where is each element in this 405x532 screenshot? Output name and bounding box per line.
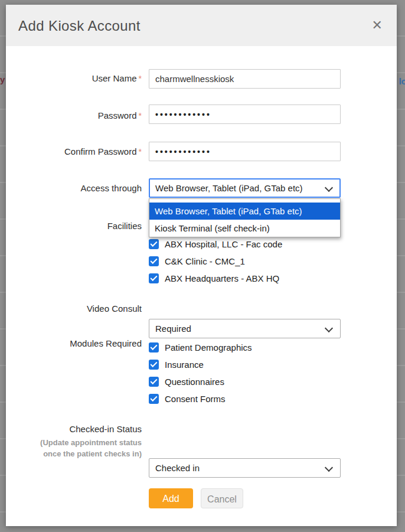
close-icon[interactable]: ✕ (372, 18, 383, 33)
module-option-label: Patient Demographics (165, 342, 252, 353)
checked-in-status-hint-line1: (Update appointment status (6, 438, 142, 447)
video-consult-selected-value: Required (155, 324, 191, 334)
add-kiosk-account-modal: Add Kiosk Account ✕ User Name* Password*… (6, 5, 397, 526)
password-input[interactable] (149, 105, 341, 124)
facility-option-label: ABX Hospital, LLC - Fac code (165, 239, 282, 249)
username-input[interactable] (149, 69, 341, 89)
required-asterisk: * (139, 147, 142, 156)
access-through-select[interactable]: Web Browser, Tablet (iPad, GTab etc) (149, 178, 341, 198)
modules-required-label: Modules Required (6, 338, 142, 348)
chevron-down-icon (325, 324, 333, 332)
chevron-down-icon (325, 184, 333, 192)
checked-in-status-hint-line2: once the patient checks in) (6, 449, 142, 458)
checkbox-checked-icon[interactable] (149, 360, 159, 370)
cancel-button[interactable]: Cancel (201, 488, 243, 508)
chevron-down-icon (325, 464, 333, 472)
checkbox-checked-icon[interactable] (149, 273, 159, 283)
background-text-fragment-right: lo (399, 76, 405, 86)
checked-in-status-select[interactable]: Checked in (149, 458, 341, 478)
checkbox-checked-icon[interactable] (149, 239, 159, 249)
modal-title: Add Kiosk Account (18, 18, 141, 34)
access-through-dropdown-list: Web Browser, Tablet (iPad, GTab etc) Kio… (149, 198, 341, 237)
module-option-label: Insurance (165, 360, 204, 370)
module-option-label: Questionnaires (165, 377, 224, 387)
dropdown-option-kiosk-terminal[interactable]: Kiosk Terminal (self check-in) (149, 220, 340, 237)
checkbox-checked-icon[interactable] (149, 256, 159, 266)
module-option-label: Consent Forms (165, 394, 226, 404)
access-through-selected-value: Web Browser, Tablet (iPad, GTab etc) (155, 183, 303, 193)
checked-in-status-label: Checked-in Status (6, 424, 142, 434)
confirm-password-input[interactable] (149, 142, 341, 161)
video-consult-select[interactable]: Required (149, 319, 341, 338)
checkbox-checked-icon[interactable] (149, 377, 159, 387)
modal-header: Add Kiosk Account ✕ (6, 5, 397, 46)
username-label: User Name* (6, 73, 142, 84)
confirm-password-label: Confirm Password* (6, 146, 142, 157)
dropdown-option-web-browser[interactable]: Web Browser, Tablet (iPad, GTab etc) (149, 203, 340, 220)
facility-option-label: C&K Clinic - CMC_1 (165, 256, 245, 266)
required-asterisk: * (139, 111, 142, 120)
required-asterisk: * (139, 74, 142, 83)
checked-in-status-selected-value: Checked in (155, 463, 200, 473)
checkbox-checked-icon[interactable] (149, 394, 159, 404)
background-text-fragment-left: y (0, 74, 5, 84)
checkbox-checked-icon[interactable] (149, 342, 159, 353)
video-consult-label: Video Consult (6, 303, 142, 314)
facilities-label: Facilities (6, 221, 142, 231)
facility-option-label: ABX Headquarters - ABX HQ (165, 273, 279, 283)
add-button[interactable]: Add (149, 488, 193, 508)
password-label: Password* (6, 110, 142, 121)
access-through-label: Access through (6, 183, 142, 193)
